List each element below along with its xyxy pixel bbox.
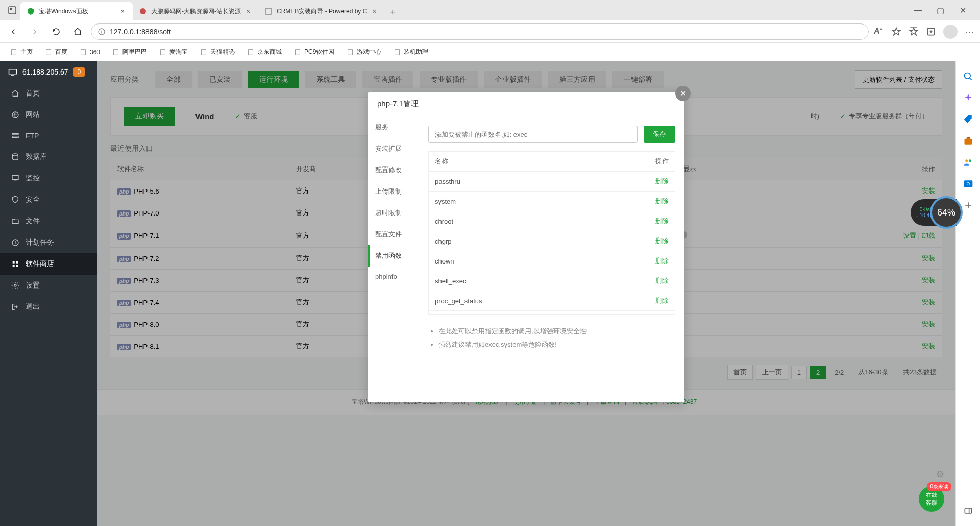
close-window-button[interactable]: ✕ — [955, 3, 970, 17]
nav-label: 网站 — [26, 110, 40, 119]
tabs-overview-button[interactable] — [4, 2, 20, 18]
url-input[interactable] — [110, 28, 862, 36]
bookmark-item[interactable]: 主页 — [5, 45, 38, 58]
addr-right-icons: A» ⋯ — [874, 25, 975, 39]
svg-point-2 — [140, 8, 146, 14]
modal-nav-1[interactable]: 安装扩展 — [368, 138, 419, 159]
tab-crmeb[interactable]: CRMEB安装向导 - Powered by C × — [258, 2, 384, 20]
sidebar-item-home[interactable]: 首页 — [0, 83, 97, 104]
sidebar-item-exit[interactable]: 退出 — [0, 296, 97, 318]
menu-button[interactable]: ⋯ — [965, 27, 975, 37]
function-row: passthru删除 — [429, 172, 675, 192]
add-icon[interactable] — [963, 200, 973, 210]
function-name-input[interactable] — [428, 126, 638, 143]
profile-avatar[interactable] — [943, 25, 958, 39]
modal-nav-7[interactable]: phpinfo — [368, 267, 419, 286]
bookmark-item[interactable]: PC9软件园 — [289, 45, 339, 58]
sidebar-item-store[interactable]: 软件商店 — [0, 253, 97, 275]
sidebar-item-shield[interactable]: 安全 — [0, 189, 97, 210]
delete-link[interactable]: 删除 — [655, 197, 669, 205]
forward-button[interactable] — [27, 23, 43, 40]
page-icon — [10, 49, 17, 56]
nav-label: 退出 — [26, 302, 40, 312]
bookmark-item[interactable]: 360 — [75, 46, 105, 58]
modal-nav-6[interactable]: 禁用函数 — [368, 245, 419, 267]
bookmark-item[interactable]: 百度 — [40, 45, 72, 58]
page-icon — [45, 49, 52, 56]
page-icon — [347, 49, 354, 56]
bookmark-item[interactable]: 京东商城 — [242, 45, 287, 58]
function-table-scroll[interactable]: 名称 操作 passthru删除system删除chroot删除chgrp删除c… — [428, 151, 675, 315]
search-icon[interactable] — [963, 71, 973, 82]
save-button[interactable]: 保存 — [644, 126, 675, 143]
modal-nav-0[interactable]: 服务 — [368, 116, 419, 138]
delete-link[interactable]: 删除 — [655, 257, 669, 265]
url-input-wrap[interactable] — [91, 23, 869, 40]
delete-link[interactable]: 删除 — [655, 277, 669, 284]
modal-nav-2[interactable]: 配置修改 — [368, 159, 419, 181]
sidebar-item-db[interactable]: 数据库 — [0, 146, 97, 168]
main-content: 应用分类 全部已安装运行环境系统工具宝塔插件专业版插件企业版插件第三方应用一键部… — [97, 61, 955, 526]
modal-nav-3[interactable]: 上传限制 — [368, 181, 419, 202]
nav-label: 软件商店 — [26, 259, 54, 269]
collections-icon[interactable] — [926, 27, 936, 37]
svg-rect-14 — [348, 49, 353, 55]
favorites-list-icon[interactable] — [909, 27, 919, 37]
favorite-button[interactable] — [891, 27, 901, 37]
delete-link[interactable]: 删除 — [655, 217, 669, 225]
svg-point-30 — [965, 159, 968, 162]
refresh-button[interactable] — [48, 23, 64, 40]
monitor-icon — [8, 68, 17, 76]
delete-link[interactable]: 删除 — [655, 237, 669, 245]
bookmark-item[interactable]: 阿里巴巴 — [107, 45, 152, 58]
new-tab-button[interactable]: + — [384, 4, 401, 20]
tab-baota[interactable]: 宝塔Windows面板 × — [20, 2, 133, 20]
function-name: shell_exec — [429, 271, 601, 291]
bookmark-item[interactable]: 游戏中心 — [341, 45, 386, 58]
briefcase-icon[interactable] — [963, 136, 973, 146]
shield-icon — [11, 196, 19, 204]
maximize-button[interactable]: ▢ — [933, 3, 947, 17]
back-button[interactable] — [5, 23, 21, 40]
home-button[interactable] — [69, 23, 86, 40]
collapse-icon[interactable] — [963, 506, 973, 516]
close-icon[interactable]: × — [370, 7, 378, 15]
people-icon[interactable] — [963, 157, 973, 168]
favicon-icon — [264, 7, 273, 15]
sidebar-item-ftp[interactable]: FTP — [0, 126, 97, 146]
settings-float-icon[interactable]: ⚙ — [936, 469, 944, 480]
modal-nav-4[interactable]: 超时限制 — [368, 202, 419, 224]
delete-link[interactable]: 删除 — [655, 297, 669, 304]
sparkle-icon[interactable] — [963, 93, 973, 103]
tag-icon[interactable] — [963, 114, 973, 125]
function-name: chroot — [429, 211, 601, 231]
customer-service-button[interactable]: 0条未读 在线 客服 — [919, 486, 944, 512]
sidebar-item-globe[interactable]: 网站 — [0, 104, 97, 126]
page-icon — [80, 49, 87, 56]
globe-icon — [11, 111, 19, 119]
sidebar-item-gear[interactable]: 设置 — [0, 275, 97, 296]
tab-dapeng[interactable]: 大鹏源码网-大鹏资源网-站长资源 × — [133, 2, 258, 20]
outlook-icon[interactable]: O — [963, 179, 973, 189]
minimize-button[interactable]: — — [911, 3, 925, 17]
modal-nav-5[interactable]: 配置文件 — [368, 224, 419, 245]
delete-link[interactable]: 删除 — [655, 177, 669, 185]
col-action: 操作 — [601, 152, 675, 172]
server-ip-display: 61.188.205.67 0 — [0, 61, 97, 83]
tip-text: 在此处可以禁用指定函数的调用,以增强环境安全性! — [438, 327, 675, 336]
close-icon[interactable]: × — [244, 7, 252, 15]
sidebar-item-clock[interactable]: 计划任务 — [0, 232, 97, 253]
function-name: system — [429, 192, 601, 211]
read-aloud-icon[interactable]: A» — [874, 27, 884, 37]
close-icon[interactable]: × — [118, 7, 127, 15]
page-icon — [159, 49, 166, 56]
bookmark-item[interactable]: 天猫精选 — [195, 45, 240, 58]
sidebar-item-folder[interactable]: 文件 — [0, 210, 97, 232]
modal-overlay[interactable]: ✕ php-7.1管理 服务安装扩展配置修改上传限制超时限制配置文件禁用函数ph… — [97, 61, 955, 526]
bookmark-item[interactable]: 爱淘宝 — [154, 45, 193, 58]
network-percent-circle[interactable]: 64% — [930, 196, 963, 229]
sidebar-item-monitor[interactable]: 监控 — [0, 168, 97, 189]
bookmark-item[interactable]: 装机助理 — [388, 45, 433, 58]
modal-close-button[interactable]: ✕ — [675, 86, 691, 101]
col-name: 名称 — [429, 152, 601, 172]
